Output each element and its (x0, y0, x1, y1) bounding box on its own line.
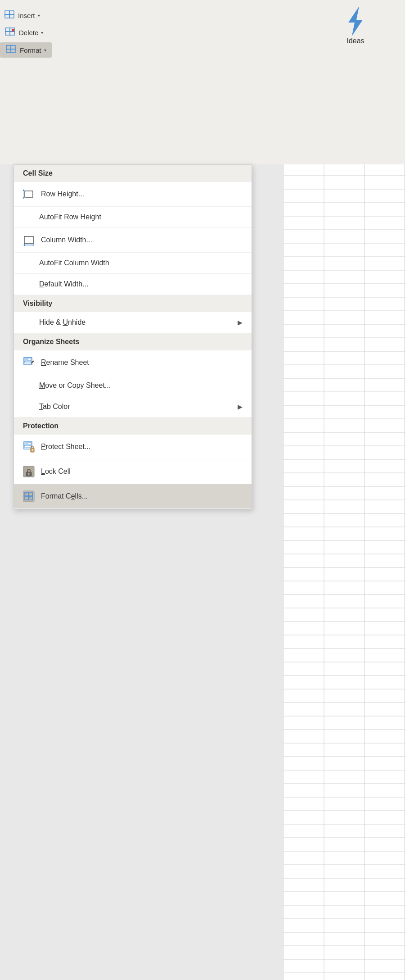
svg-rect-77 (5, 11, 9, 14)
ideas-button[interactable]: Ideas (333, 0, 378, 50)
organize-sheets-header: Organize Sheets (14, 333, 252, 350)
row-height-label: Row Height... (41, 190, 243, 198)
svg-rect-80 (9, 14, 14, 18)
svg-rect-94 (25, 191, 33, 197)
format-dropdown-menu: Cell Size Row Height... AutoFit Row Heig… (14, 164, 252, 509)
rename-sheet-label: Rename Sheet (41, 358, 243, 367)
column-width-icon (23, 234, 35, 246)
row-height-icon (23, 188, 35, 200)
lock-cell-label: Lock Cell (41, 467, 243, 476)
svg-point-119 (28, 473, 30, 475)
rename-sheet-item[interactable]: Rename Sheet (14, 350, 252, 375)
svg-rect-112 (28, 442, 31, 445)
svg-rect-86 (10, 32, 14, 35)
svg-rect-113 (24, 445, 31, 447)
format-button[interactable]: Format ▾ (0, 42, 52, 58)
protect-sheet-icon (23, 441, 35, 453)
protect-sheet-item[interactable]: Protect Sheet... (14, 435, 252, 459)
svg-rect-90 (6, 49, 11, 53)
svg-rect-78 (5, 14, 9, 18)
format-cells-item[interactable]: Format Cells... (14, 484, 252, 509)
move-or-copy-item[interactable]: Move or Copy Sheet... (14, 375, 252, 396)
protection-header: Protection (14, 417, 252, 435)
svg-line-108 (31, 363, 32, 363)
svg-rect-105 (24, 361, 31, 363)
svg-rect-111 (24, 442, 27, 445)
svg-rect-84 (5, 32, 10, 35)
svg-rect-104 (28, 358, 31, 361)
lock-cell-item[interactable]: Lock Cell (14, 459, 252, 484)
svg-rect-79 (9, 11, 14, 14)
tab-color-arrow: ▶ (238, 403, 243, 410)
hide-unhide-arrow: ▶ (238, 319, 243, 326)
autofit-column-width-item[interactable]: AutoFit Column Width (14, 253, 252, 274)
svg-rect-98 (24, 236, 33, 244)
hide-unhide-item[interactable]: Hide & Unhide ▶ (14, 312, 252, 333)
autofit-column-width-label: AutoFit Column Width (39, 259, 243, 267)
visibility-header: Visibility (14, 295, 252, 312)
svg-rect-83 (5, 28, 10, 32)
svg-rect-127 (29, 497, 31, 498)
tab-color-label: Tab Color (39, 403, 231, 411)
format-icon (5, 45, 17, 55)
column-width-item[interactable]: Column Width... (14, 228, 252, 253)
tab-color-item[interactable]: Tab Color ▶ (14, 396, 252, 417)
toolbar-area: Ideas Insert ▾ (0, 0, 405, 164)
delete-label: Delete (19, 29, 38, 36)
format-cells-icon (23, 490, 35, 502)
insert-label: Insert (18, 12, 35, 19)
cell-size-header: Cell Size (14, 165, 252, 182)
format-dropdown-arrow: ▾ (44, 48, 46, 53)
delete-dropdown-arrow: ▾ (41, 30, 43, 35)
svg-rect-91 (11, 45, 15, 49)
svg-marker-97 (23, 197, 24, 200)
svg-rect-103 (24, 358, 27, 361)
insert-dropdown-arrow: ▾ (38, 13, 40, 18)
move-or-copy-label: Move or Copy Sheet... (39, 381, 243, 390)
ideas-label: Ideas (346, 37, 364, 45)
format-label: Format (20, 46, 41, 54)
delete-button[interactable]: Delete ▾ (0, 25, 48, 40)
svg-line-109 (33, 361, 34, 361)
insert-icon (4, 10, 15, 20)
svg-marker-76 (348, 6, 363, 36)
svg-marker-96 (23, 189, 24, 191)
default-width-item[interactable]: Default Width... (14, 274, 252, 295)
svg-rect-126 (25, 493, 27, 494)
rename-sheet-icon (23, 357, 35, 368)
format-cells-label: Format Cells... (41, 492, 243, 500)
svg-rect-92 (11, 49, 15, 53)
hide-unhide-label: Hide & Unhide (39, 318, 231, 327)
delete-icon (4, 27, 16, 37)
row-height-item[interactable]: Row Height... (14, 182, 252, 207)
protect-sheet-label: Protect Sheet... (41, 443, 243, 451)
svg-point-115 (32, 449, 33, 451)
autofit-row-height-item[interactable]: AutoFit Row Height (14, 207, 252, 228)
column-width-label: Column Width... (41, 236, 243, 244)
autofit-row-height-label: AutoFit Row Height (39, 213, 243, 221)
insert-button[interactable]: Insert ▾ (0, 8, 45, 23)
default-width-label: Default Width... (39, 280, 243, 288)
lightning-icon (342, 5, 369, 37)
lock-cell-icon (23, 466, 35, 477)
